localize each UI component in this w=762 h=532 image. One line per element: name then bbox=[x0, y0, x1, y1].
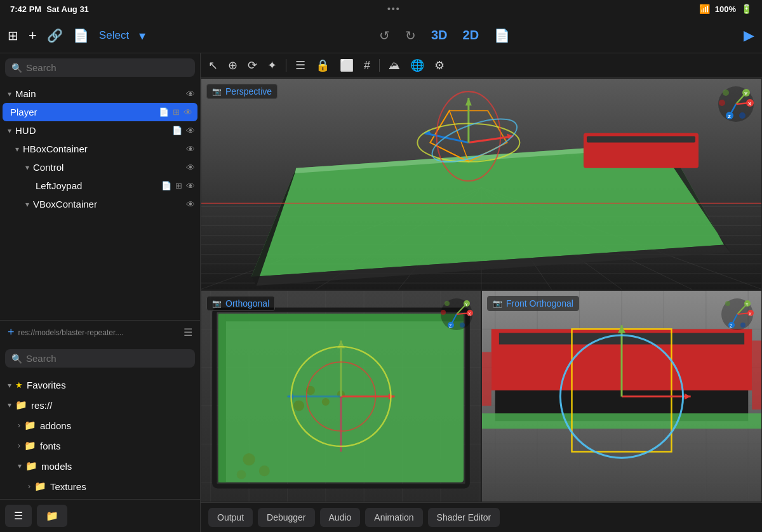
chevron-vbox: ▾ bbox=[25, 200, 29, 209]
fs-search-box[interactable]: 🔍 bbox=[5, 349, 195, 368]
fs-item-fonts[interactable]: › 📁 fonts bbox=[0, 436, 200, 456]
tree-label-control: Control bbox=[33, 162, 184, 173]
svg-point-82 bbox=[259, 465, 270, 476]
doc-icon-leftjoypad[interactable]: 📄 bbox=[161, 181, 171, 191]
eye-icon-main[interactable]: 👁 bbox=[186, 89, 195, 99]
chevron-down-icon[interactable]: ▾ bbox=[139, 28, 145, 43]
svg-text:X: X bbox=[468, 312, 471, 316]
scene-search-input[interactable] bbox=[26, 62, 189, 73]
viewport-area: ↖ ⊕ ⟳ ✦ ☰ 🔒 ⬜ # ⛰ 🌐 ⚙ bbox=[201, 53, 762, 532]
front-orthogonal-label: 📷 Front Orthogonal bbox=[487, 296, 579, 311]
viewport-perspective[interactable]: 📷 Perspective Y X bbox=[201, 78, 762, 290]
output-tab[interactable]: Output bbox=[208, 508, 253, 527]
main-layout: 🔍 ▾ Main 👁 Player 📄 ⊞ 👁 bbox=[0, 53, 762, 532]
fs-item-textures[interactable]: › 📁 Textures bbox=[0, 476, 200, 496]
viewport-orthogonal[interactable]: 📷 Orthogonal Y X Z bbox=[201, 290, 481, 502]
sidebar-bottom: ☰ 📁 bbox=[0, 499, 200, 532]
svg-point-49 bbox=[739, 112, 745, 119]
svg-point-83 bbox=[237, 470, 246, 479]
globe-tool[interactable]: 🌐 bbox=[408, 57, 427, 74]
svg-rect-113 bbox=[482, 413, 761, 429]
play-icon[interactable]: ▶ bbox=[744, 27, 754, 44]
svg-point-96 bbox=[460, 323, 465, 328]
scene-list-button[interactable]: ☰ bbox=[5, 505, 32, 527]
grid-icon-leftjoypad[interactable]: ⊞ bbox=[175, 181, 182, 191]
svg-point-132 bbox=[725, 301, 730, 306]
eye-icon-control[interactable]: 👁 bbox=[186, 163, 195, 173]
fs-search-input[interactable] bbox=[26, 353, 189, 364]
grid-tool[interactable]: # bbox=[361, 58, 373, 74]
svg-rect-24 bbox=[587, 136, 695, 143]
folder-icon-textures: 📁 bbox=[34, 481, 46, 492]
doc-icon-player[interactable]: 📄 bbox=[159, 107, 169, 117]
svg-rect-66 bbox=[218, 314, 226, 482]
select-button[interactable]: Select bbox=[99, 29, 129, 42]
layout-icon[interactable]: ⊞ bbox=[8, 28, 18, 43]
fs-label-textures: Textures bbox=[50, 481, 86, 492]
scale-tool[interactable]: ✦ bbox=[265, 57, 279, 74]
tree-label-hud: HUD bbox=[15, 125, 170, 136]
redo-icon[interactable]: ↻ bbox=[405, 28, 416, 43]
fs-item-addons[interactable]: › 📁 addons bbox=[0, 415, 200, 436]
add-resource-bar[interactable]: + res://models/blaster-repeater.... ☰ bbox=[0, 320, 200, 344]
perspective-text: Perspective bbox=[225, 86, 272, 96]
tree-label-main: Main bbox=[15, 88, 184, 99]
settings-tool[interactable]: ⚙ bbox=[432, 57, 447, 74]
doc-icon[interactable]: 📄 bbox=[73, 28, 89, 43]
tree-label-leftjoypad: LeftJoypad bbox=[36, 180, 159, 191]
tree-item-control[interactable]: ▾ Control 👁 bbox=[0, 158, 200, 176]
undo-icon[interactable]: ↺ bbox=[379, 28, 390, 43]
orthogonal-gizmo: Y X Z bbox=[439, 297, 474, 335]
tree-item-hud[interactable]: ▾ HUD 📄 👁 bbox=[0, 121, 200, 140]
wifi-icon: 📶 bbox=[699, 4, 710, 14]
fs-search-icon: 🔍 bbox=[11, 354, 22, 364]
eye-icon-leftjoypad[interactable]: 👁 bbox=[186, 181, 195, 191]
btn-3d[interactable]: 3D bbox=[431, 28, 448, 43]
eye-icon-hbox[interactable]: 👁 bbox=[186, 144, 195, 154]
doc-icon-hud[interactable]: 📄 bbox=[172, 126, 182, 136]
svg-text:Z: Z bbox=[728, 114, 731, 119]
sep2 bbox=[379, 59, 380, 72]
shader-editor-tab[interactable]: Shader Editor bbox=[428, 508, 500, 527]
list-tool[interactable]: ☰ bbox=[293, 57, 308, 74]
terrain-tool[interactable]: ⛰ bbox=[386, 58, 403, 74]
eye-icon-player[interactable]: 👁 bbox=[184, 107, 192, 117]
filesystem-button[interactable]: 📁 bbox=[37, 505, 67, 527]
rect-tool[interactable]: ⬜ bbox=[337, 57, 356, 74]
viewport-toolbar: ↖ ⊕ ⟳ ✦ ☰ 🔒 ⬜ # ⛰ 🌐 ⚙ bbox=[201, 53, 762, 78]
date: Sat Aug 31 bbox=[46, 4, 89, 14]
fs-item-res[interactable]: ▾ 📁 res:// bbox=[0, 395, 200, 415]
tree-item-player[interactable]: Player 📄 ⊞ 👁 bbox=[3, 103, 197, 121]
front-orthogonal-text: Front Orthogonal bbox=[506, 298, 573, 309]
move-tool[interactable]: ⊕ bbox=[225, 57, 240, 74]
tree-item-vboxcontainer[interactable]: ▾ VBoxContainer 👁 bbox=[0, 195, 200, 213]
file-new-icon[interactable]: 📄 bbox=[494, 28, 510, 43]
dots: ••• bbox=[387, 4, 401, 14]
fs-item-favorites[interactable]: ▾ ★ Favorites bbox=[0, 375, 200, 395]
link-icon[interactable]: 🔗 bbox=[47, 28, 63, 43]
audio-tab[interactable]: Audio bbox=[320, 508, 361, 527]
tree-item-hboxcontainer[interactable]: ▾ HBoxContainer 👁 bbox=[0, 140, 200, 158]
tree-item-main[interactable]: ▾ Main 👁 bbox=[0, 84, 200, 103]
animation-tab[interactable]: Animation bbox=[365, 508, 422, 527]
btn-2d[interactable]: 2D bbox=[463, 28, 479, 43]
add-icon[interactable]: + bbox=[29, 27, 37, 44]
fs-label-fonts: fonts bbox=[40, 441, 61, 451]
fs-item-models[interactable]: ▾ 📁 models bbox=[0, 456, 200, 476]
grid-icon-player[interactable]: ⊞ bbox=[173, 107, 180, 117]
eye-icon-hud[interactable]: 👁 bbox=[186, 126, 195, 136]
debugger-tab[interactable]: Debugger bbox=[258, 508, 315, 527]
top-toolbar: ⊞ + 🔗 📄 Select ▾ ↺ ↻ 3D 2D 📄 ▶ bbox=[0, 18, 762, 53]
cursor-tool[interactable]: ↖ bbox=[206, 57, 220, 74]
lock-tool[interactable]: 🔒 bbox=[313, 57, 332, 74]
rotate-tool[interactable]: ⟳ bbox=[245, 57, 260, 74]
filter-icon[interactable]: ☰ bbox=[184, 326, 192, 338]
tree-item-leftjoypad[interactable]: LeftJoypad 📄 ⊞ 👁 bbox=[0, 176, 200, 195]
cam-icon-front: 📷 bbox=[493, 299, 502, 308]
cam-icon-perspective: 📷 bbox=[212, 87, 222, 96]
viewport-front-orthogonal[interactable]: 📷 Front Orthogonal Y X Z bbox=[481, 290, 762, 502]
orthogonal-label: 📷 Orthogonal bbox=[206, 296, 275, 311]
scene-search-box[interactable]: 🔍 bbox=[5, 58, 195, 77]
perspective-gizmo: Y X Z bbox=[717, 85, 755, 126]
eye-icon-vbox[interactable]: 👁 bbox=[186, 199, 195, 209]
